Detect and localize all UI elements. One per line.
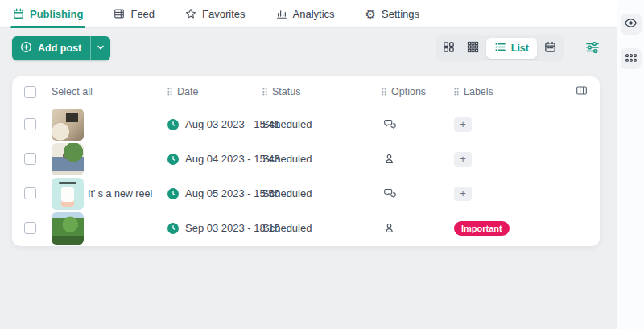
row-date-cell: Aug 04 2023 - 15:43 [156,153,251,165]
add-label-button[interactable]: + [454,152,472,167]
label-badge[interactable]: Important [454,221,510,236]
select-all-checkbox[interactable] [24,86,36,98]
column-label: Status [272,86,300,97]
column-label: Labels [464,86,493,97]
column-header-options: Options [370,86,443,97]
table-row: Sep 03 2023 - 18:10 Scheduled Important [24,211,588,245]
row-date-cell: Aug 03 2023 - 15:41 [156,118,251,130]
add-post-label: Add post [38,43,81,54]
column-label: Date [177,86,198,97]
row-date-cell: Aug 05 2023 - 15:50 [156,187,251,199]
add-post-split-button: Add post [12,36,110,60]
user-icon[interactable] [383,222,395,234]
tab-label: Feed [130,8,155,20]
comments-icon[interactable] [383,187,397,199]
clock-icon [167,119,179,130]
list-view-label: List [511,43,529,54]
tab-label: Favorites [202,8,245,20]
row-labels-cell: + [443,187,565,201]
row-checkbox-cell [24,222,52,234]
manage-columns-button[interactable] [576,84,588,99]
drag-handle-icon[interactable] [382,88,386,96]
post-thumbnail[interactable] [52,109,84,141]
chevron-down-icon [96,41,105,56]
row-media-cell [52,143,156,175]
post-thumbnail[interactable] [52,143,84,175]
comments-icon[interactable] [383,118,397,130]
row-status-cell: Scheduled [251,153,370,165]
post-status: Scheduled [262,187,312,199]
column-header-date: Date [156,86,251,97]
drag-handle-icon[interactable] [262,88,267,96]
tab-feed[interactable]: Feed [114,0,155,27]
plus-circle-icon [20,41,32,56]
grid-3x3-view-button[interactable] [462,38,485,59]
column-label: Options [391,86,426,97]
grid-2x2-view-button[interactable] [438,38,460,59]
row-checkbox-cell [24,153,52,165]
row-labels-cell: Important [443,221,565,236]
apps-menu-button[interactable] [621,48,642,69]
row-options-cell [370,153,443,165]
column-header-status: Status [251,86,370,97]
tab-label: Settings [382,8,419,20]
gear-icon: ⚙ [365,8,376,20]
add-label-button[interactable]: + [454,117,472,132]
grid-3x3-icon [467,41,479,56]
row-labels-cell: + [443,117,565,132]
post-thumbnail[interactable] [52,178,84,210]
row-checkbox[interactable] [24,153,36,165]
table-header: Select all Date Status Options Labels [24,76,588,107]
clock-icon [167,223,179,234]
apps-grid-icon [625,52,638,66]
drag-handle-icon[interactable] [454,88,459,96]
right-side-rail [617,0,644,329]
select-all-label: Select all [52,86,93,97]
view-controls: List [436,35,605,61]
filters-button[interactable] [580,36,605,60]
grid-2x2-icon [443,41,455,56]
list-view-button[interactable]: List [486,38,537,59]
tab-label: Publishing [30,8,83,20]
clock-icon [167,188,179,199]
calendar-icon [13,8,24,19]
user-icon[interactable] [383,153,395,165]
select-all-cell [24,86,52,98]
tab-publishing[interactable]: Publishing [13,0,83,27]
tab-analytics[interactable]: Analytics [276,0,335,27]
column-header-labels: Labels [443,86,565,97]
top-navigation: Publishing Feed Favorites Analytics ⚙ Se… [0,0,617,28]
row-status-cell: Scheduled [251,187,370,199]
row-options-cell [370,187,443,199]
row-checkbox[interactable] [24,118,36,130]
row-media-cell: It' s a new reel to sh... [52,178,156,210]
add-post-dropdown-button[interactable] [90,36,110,60]
row-checkbox-cell [24,118,52,130]
row-options-cell [370,118,443,130]
columns-icon [576,84,588,99]
row-status-cell: Scheduled [251,118,370,130]
drag-handle-icon[interactable] [167,88,172,96]
row-media-cell [52,109,156,141]
tab-settings[interactable]: ⚙ Settings [365,0,419,27]
table-row: Aug 04 2023 - 15:43 Scheduled + [24,142,588,176]
preview-eye-button[interactable] [621,14,642,35]
tab-favorites[interactable]: Favorites [185,0,245,27]
star-icon [185,8,196,19]
row-media-cell [52,212,156,245]
calendar-view-button[interactable] [539,38,561,59]
post-status: Scheduled [262,118,312,130]
clock-icon [167,154,179,165]
post-thumbnail[interactable] [52,212,84,245]
column-header-end [565,84,588,99]
posts-table-card: Select all Date Status Options Labels [12,76,600,246]
add-post-button[interactable]: Add post [12,36,90,60]
toolbar-divider [572,39,572,57]
row-checkbox[interactable] [24,187,36,199]
post-status: Scheduled [262,153,312,165]
add-label-button[interactable]: + [454,187,472,201]
table-body: Aug 03 2023 - 15:41 Scheduled + [24,107,588,245]
list-icon [494,41,506,56]
row-checkbox[interactable] [24,222,36,234]
calendar-view-icon [544,41,556,56]
